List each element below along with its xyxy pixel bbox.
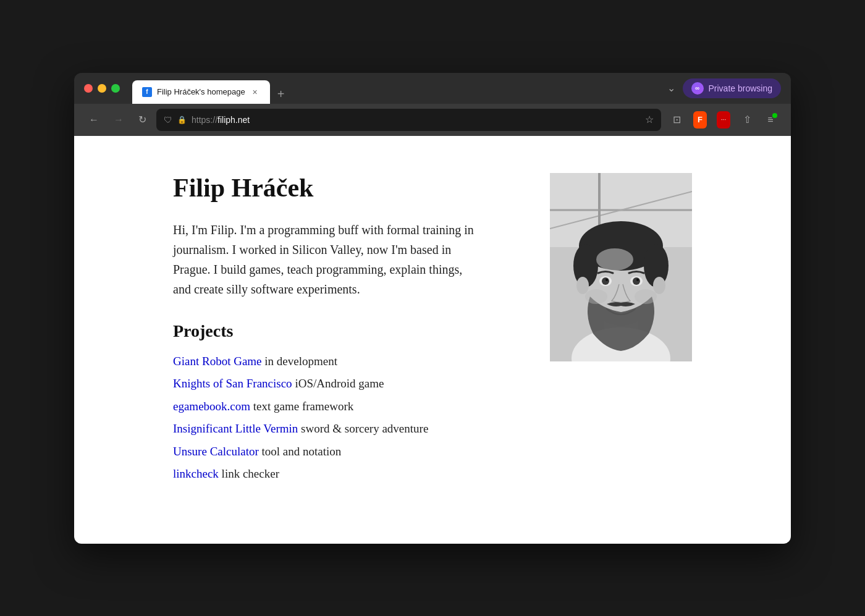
minimize-button[interactable] xyxy=(98,84,106,93)
list-item: Giant Robot Game in development xyxy=(173,353,525,370)
list-item: linkcheck link checker xyxy=(173,466,525,483)
profile-photo-svg xyxy=(550,173,692,361)
reload-button[interactable]: ↻ xyxy=(133,110,151,129)
svg-point-16 xyxy=(602,277,609,285)
svg-point-20 xyxy=(585,289,607,304)
page-text-area: Filip Hráček Hi, I'm Filip. I'm a progra… xyxy=(173,173,525,483)
page-heading: Filip Hráček xyxy=(173,173,525,203)
extensions-icon: ··· xyxy=(717,111,730,129)
tab-title: Filip Hráček's homepage xyxy=(157,87,245,96)
firefox-account-button[interactable]: F xyxy=(690,109,711,130)
svg-point-22 xyxy=(576,277,589,294)
projects-heading: Projects xyxy=(173,321,525,341)
profile-photo xyxy=(550,173,692,361)
forward-button[interactable]: → xyxy=(109,111,129,129)
page-bio: Hi, I'm Filip. I'm a programming buff wi… xyxy=(173,220,482,299)
list-item: Insignificant Little Vermin sword & sorc… xyxy=(173,421,525,437)
menu-button[interactable]: ≡ xyxy=(760,109,781,130)
private-browsing-label: Private browsing xyxy=(709,83,773,93)
firefox-account-icon: F xyxy=(693,111,707,129)
page-main-content: Filip Hráček Hi, I'm Filip. I'm a progra… xyxy=(173,173,692,483)
project-link-linkcheck[interactable]: linkcheck xyxy=(173,467,219,480)
tab-close-button[interactable]: × xyxy=(250,87,260,97)
extension-toolbar-button[interactable]: ⇧ xyxy=(736,109,757,130)
svg-point-21 xyxy=(635,289,657,304)
svg-point-23 xyxy=(653,277,665,294)
close-button[interactable] xyxy=(84,84,93,93)
lock-icon: 🔒 xyxy=(177,116,187,124)
browser-window: f Filip Hráček's homepage × + ⌄ ∞ Privat… xyxy=(74,73,791,544)
window-controls xyxy=(84,84,120,93)
svg-point-19 xyxy=(636,279,639,281)
project-link-unsure-calculator[interactable]: Unsure Calculator xyxy=(173,445,259,458)
list-item: Unsure Calculator tool and notation xyxy=(173,444,525,460)
title-bar: f Filip Hráček's homepage × + ⌄ ∞ Privat… xyxy=(74,73,791,104)
private-browsing-badge: ∞ Private browsing xyxy=(683,78,782,98)
project-link-egamebook[interactable]: egamebook.com xyxy=(173,400,250,413)
list-item: Knights of San Francisco iOS/Android gam… xyxy=(173,376,525,392)
svg-point-13 xyxy=(596,248,633,271)
project-link-insignificant[interactable]: Insignificant Little Vermin xyxy=(173,422,298,435)
back-button[interactable]: ← xyxy=(84,111,104,129)
address-bar[interactable]: 🛡 🔒 https://filiph.net ☆ xyxy=(156,109,661,131)
svg-point-17 xyxy=(633,277,640,285)
project-link-knights[interactable]: Knights of San Francisco xyxy=(173,377,292,390)
tabs-right: ⌄ ∞ Private browsing xyxy=(667,78,782,98)
active-tab[interactable]: f Filip Hráček's homepage × xyxy=(132,80,270,104)
nav-bar: ← → ↻ 🛡 🔒 https://filiph.net ☆ ⊡ F ··· xyxy=(74,104,791,136)
projects-section: Projects Giant Robot Game in development… xyxy=(173,321,525,483)
extensions-button[interactable]: ··· xyxy=(713,109,734,130)
tabs-area: f Filip Hráček's homepage × + xyxy=(132,73,660,104)
pocket-button[interactable]: ⊡ xyxy=(666,109,687,130)
tabs-chevron-button[interactable]: ⌄ xyxy=(667,82,675,94)
tab-favicon: f xyxy=(142,87,152,97)
webpage-content: Filip Hráček Hi, I'm Filip. I'm a progra… xyxy=(74,136,791,544)
project-link-giant-robot[interactable]: Giant Robot Game xyxy=(173,355,262,368)
projects-list: Giant Robot Game in development Knights … xyxy=(173,353,525,483)
shield-icon: 🛡 xyxy=(164,115,172,125)
private-browsing-icon: ∞ xyxy=(691,82,704,95)
bookmark-button[interactable]: ☆ xyxy=(645,114,654,125)
svg-point-18 xyxy=(606,279,608,281)
url-text: https://filiph.net xyxy=(192,115,640,125)
list-item: egamebook.com text game framework xyxy=(173,399,525,415)
toolbar-icons: ⊡ F ··· ⇧ ≡ xyxy=(666,109,781,130)
maximize-button[interactable] xyxy=(111,84,120,93)
new-tab-button[interactable]: + xyxy=(272,85,290,104)
